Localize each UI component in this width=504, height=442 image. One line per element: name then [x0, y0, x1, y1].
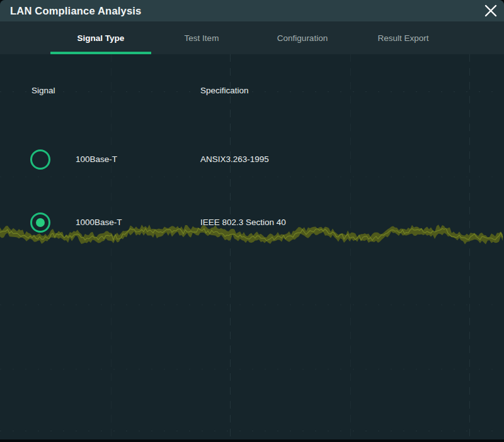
close-button[interactable]	[481, 2, 500, 20]
radio-button-100base-t[interactable]	[30, 149, 50, 170]
graticule-vline	[469, 54, 470, 439]
tab-label: Test Item	[185, 33, 219, 43]
specification-label: ANSIX3.263-1995	[200, 149, 269, 170]
tab-result-export[interactable]: Result Export	[353, 21, 454, 54]
tab-label: Configuration	[277, 33, 328, 43]
tab-signal-type[interactable]: Signal Type	[50, 21, 151, 54]
close-icon	[484, 4, 498, 18]
graticule-vline	[111, 54, 112, 439]
tab-bar: Signal Type Test Item Configuration Resu…	[0, 21, 504, 54]
lan-compliance-dialog: LAN Compliance Analysis Signal Type Test…	[0, 0, 504, 439]
dialog-title: LAN Compliance Analysis	[10, 0, 141, 21]
graticule-hline	[0, 91, 504, 92]
graticule-hline	[0, 305, 504, 305]
graticule-hline	[0, 177, 504, 177]
dialog-content: Signal Specification 100Base-T ANSIX3.26…	[0, 54, 504, 439]
dialog-titlebar[interactable]: LAN Compliance Analysis	[0, 0, 504, 21]
specification-label: IEEE 802.3 Section 40	[200, 212, 286, 233]
tab-row: Signal Type Test Item Configuration Resu…	[50, 21, 454, 54]
radio-button-1000base-t[interactable]	[30, 212, 50, 233]
tab-configuration[interactable]: Configuration	[252, 21, 353, 54]
column-header-specification: Specification	[200, 86, 249, 95]
graticule-hline	[0, 369, 504, 369]
signal-label: 1000Base-T	[76, 212, 122, 233]
tab-label: Result Export	[377, 33, 428, 43]
tab-test-item[interactable]: Test Item	[151, 21, 252, 54]
signal-row-1000base-t[interactable]: 1000Base-T IEEE 802.3 Section 40	[0, 212, 504, 233]
tab-label: Signal Type	[77, 33, 125, 43]
graticule-vline	[350, 54, 351, 439]
graticule-vline	[230, 54, 231, 439]
graticule-hline	[0, 431, 504, 431]
signal-label: 100Base-T	[76, 149, 117, 170]
column-header-signal: Signal	[32, 86, 55, 95]
signal-row-100base-t[interactable]: 100Base-T ANSIX3.263-1995	[0, 149, 504, 170]
